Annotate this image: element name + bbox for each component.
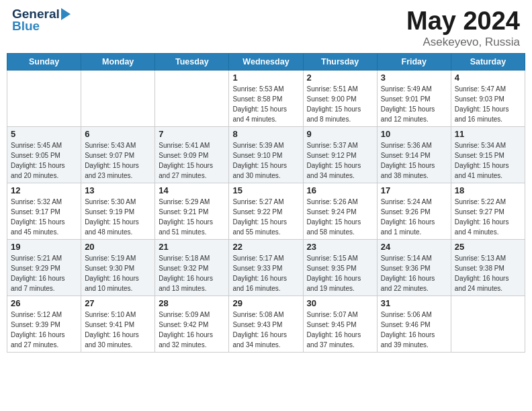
day-number: 19 — [11, 242, 77, 252]
subtitle: Asekeyevo, Russia — [406, 36, 520, 49]
day-info: Sunrise: 5:26 AMSunset: 9:24 PMDaylight:… — [307, 197, 373, 237]
table-row: 31Sunrise: 5:06 AMSunset: 9:46 PMDayligh… — [377, 296, 451, 353]
day-info: Sunrise: 5:51 AMSunset: 9:00 PMDaylight:… — [307, 84, 373, 124]
page-wrapper: General Blue May 2024 Asekeyevo, Russia … — [0, 0, 532, 411]
day-info: Sunrise: 5:24 AMSunset: 9:26 PMDaylight:… — [381, 197, 447, 237]
calendar-week-row: 19Sunrise: 5:21 AMSunset: 9:29 PMDayligh… — [7, 240, 525, 296]
table-row: 26Sunrise: 5:12 AMSunset: 9:39 PMDayligh… — [7, 296, 81, 353]
table-row: 6Sunrise: 5:43 AMSunset: 9:07 PMDaylight… — [81, 127, 155, 183]
day-number: 15 — [232, 185, 299, 195]
table-row: 22Sunrise: 5:17 AMSunset: 9:33 PMDayligh… — [229, 240, 303, 296]
day-info: Sunrise: 5:06 AMSunset: 9:46 PMDaylight:… — [381, 310, 447, 350]
day-number: 18 — [455, 185, 521, 195]
table-row: 29Sunrise: 5:08 AMSunset: 9:43 PMDayligh… — [229, 296, 303, 353]
table-row: 16Sunrise: 5:26 AMSunset: 9:24 PMDayligh… — [303, 183, 377, 240]
table-row: 19Sunrise: 5:21 AMSunset: 9:29 PMDayligh… — [7, 240, 81, 296]
day-info: Sunrise: 5:29 AMSunset: 9:21 PMDaylight:… — [159, 197, 225, 237]
day-info: Sunrise: 5:36 AMSunset: 9:14 PMDaylight:… — [381, 140, 447, 181]
table-row: 30Sunrise: 5:07 AMSunset: 9:45 PMDayligh… — [303, 296, 377, 353]
table-row — [81, 71, 155, 127]
header: General Blue May 2024 Asekeyevo, Russia — [0, 0, 532, 53]
day-number: 31 — [381, 298, 447, 308]
day-info: Sunrise: 5:30 AMSunset: 9:19 PMDaylight:… — [85, 197, 151, 237]
col-friday: Friday — [377, 54, 451, 71]
calendar-table: Sunday Monday Tuesday Wednesday Thursday… — [7, 53, 525, 353]
day-info: Sunrise: 5:41 AMSunset: 9:09 PMDaylight:… — [159, 140, 225, 181]
table-row: 9Sunrise: 5:37 AMSunset: 9:12 PMDaylight… — [303, 127, 377, 183]
day-info: Sunrise: 5:21 AMSunset: 9:29 PMDaylight:… — [11, 253, 77, 293]
col-saturday: Saturday — [451, 54, 525, 71]
day-number: 10 — [381, 129, 447, 139]
table-row: 7Sunrise: 5:41 AMSunset: 9:09 PMDaylight… — [155, 127, 229, 183]
day-info: Sunrise: 5:37 AMSunset: 9:12 PMDaylight:… — [307, 140, 373, 181]
day-number: 30 — [307, 298, 373, 308]
table-row: 4Sunrise: 5:47 AMSunset: 9:03 PMDaylight… — [451, 71, 525, 127]
day-number: 4 — [455, 73, 521, 83]
day-number: 6 — [85, 129, 151, 139]
table-row: 1Sunrise: 5:53 AMSunset: 8:58 PMDaylight… — [229, 71, 303, 127]
day-info: Sunrise: 5:49 AMSunset: 9:01 PMDaylight:… — [381, 84, 447, 124]
day-number: 26 — [11, 298, 77, 308]
day-info: Sunrise: 5:27 AMSunset: 9:22 PMDaylight:… — [232, 197, 299, 237]
day-number: 28 — [159, 298, 225, 308]
day-info: Sunrise: 5:12 AMSunset: 9:39 PMDaylight:… — [11, 310, 77, 350]
calendar-week-row: 5Sunrise: 5:45 AMSunset: 9:05 PMDaylight… — [7, 127, 525, 183]
day-info: Sunrise: 5:34 AMSunset: 9:15 PMDaylight:… — [455, 140, 521, 181]
day-number: 27 — [85, 298, 151, 308]
day-number: 9 — [307, 129, 373, 139]
day-number: 3 — [381, 73, 447, 83]
day-info: Sunrise: 5:22 AMSunset: 9:27 PMDaylight:… — [455, 197, 521, 237]
day-info: Sunrise: 5:43 AMSunset: 9:07 PMDaylight:… — [85, 140, 151, 181]
table-row: 27Sunrise: 5:10 AMSunset: 9:41 PMDayligh… — [81, 296, 155, 353]
table-row: 13Sunrise: 5:30 AMSunset: 9:19 PMDayligh… — [81, 183, 155, 240]
day-number: 5 — [11, 129, 77, 139]
calendar-week-row: 1Sunrise: 5:53 AMSunset: 8:58 PMDaylight… — [7, 71, 525, 127]
day-info: Sunrise: 5:07 AMSunset: 9:45 PMDaylight:… — [307, 310, 373, 350]
table-row: 8Sunrise: 5:39 AMSunset: 9:10 PMDaylight… — [229, 127, 303, 183]
col-sunday: Sunday — [7, 54, 81, 71]
table-row — [155, 71, 229, 127]
day-number: 2 — [307, 73, 373, 83]
table-row — [451, 296, 525, 353]
day-number: 8 — [232, 129, 299, 139]
calendar-container: Sunday Monday Tuesday Wednesday Thursday… — [0, 53, 532, 357]
table-row: 12Sunrise: 5:32 AMSunset: 9:17 PMDayligh… — [7, 183, 81, 240]
day-info: Sunrise: 5:32 AMSunset: 9:17 PMDaylight:… — [11, 197, 77, 237]
day-number: 20 — [85, 242, 151, 252]
day-info: Sunrise: 5:13 AMSunset: 9:38 PMDaylight:… — [455, 253, 521, 293]
col-tuesday: Tuesday — [155, 54, 229, 71]
calendar-week-row: 12Sunrise: 5:32 AMSunset: 9:17 PMDayligh… — [7, 183, 525, 240]
day-number: 11 — [455, 129, 521, 139]
day-info: Sunrise: 5:45 AMSunset: 9:05 PMDaylight:… — [11, 140, 77, 181]
day-info: Sunrise: 5:10 AMSunset: 9:41 PMDaylight:… — [85, 310, 151, 350]
calendar-week-row: 26Sunrise: 5:12 AMSunset: 9:39 PMDayligh… — [7, 296, 525, 353]
day-number: 14 — [159, 185, 225, 195]
table-row: 20Sunrise: 5:19 AMSunset: 9:30 PMDayligh… — [81, 240, 155, 296]
title-block: May 2024 Asekeyevo, Russia — [406, 7, 520, 49]
day-number: 16 — [307, 185, 373, 195]
day-info: Sunrise: 5:08 AMSunset: 9:43 PMDaylight:… — [232, 310, 299, 350]
day-number: 7 — [159, 129, 225, 139]
day-number: 23 — [307, 242, 373, 252]
table-row: 24Sunrise: 5:14 AMSunset: 9:36 PMDayligh… — [377, 240, 451, 296]
day-info: Sunrise: 5:09 AMSunset: 9:42 PMDaylight:… — [159, 310, 225, 350]
table-row: 21Sunrise: 5:18 AMSunset: 9:32 PMDayligh… — [155, 240, 229, 296]
day-number: 13 — [85, 185, 151, 195]
table-row: 17Sunrise: 5:24 AMSunset: 9:26 PMDayligh… — [377, 183, 451, 240]
day-number: 29 — [232, 298, 299, 308]
day-info: Sunrise: 5:14 AMSunset: 9:36 PMDaylight:… — [381, 253, 447, 293]
table-row: 18Sunrise: 5:22 AMSunset: 9:27 PMDayligh… — [451, 183, 525, 240]
day-number: 22 — [232, 242, 299, 252]
calendar-header-row: Sunday Monday Tuesday Wednesday Thursday… — [7, 54, 525, 71]
logo-blue-text: Blue — [12, 19, 75, 34]
table-row — [7, 71, 81, 127]
col-wednesday: Wednesday — [229, 54, 303, 71]
day-info: Sunrise: 5:47 AMSunset: 9:03 PMDaylight:… — [455, 84, 521, 124]
day-number: 1 — [232, 73, 299, 83]
day-number: 12 — [11, 185, 77, 195]
col-thursday: Thursday — [303, 54, 377, 71]
day-number: 17 — [381, 185, 447, 195]
logo: General Blue — [12, 7, 75, 34]
table-row: 28Sunrise: 5:09 AMSunset: 9:42 PMDayligh… — [155, 296, 229, 353]
day-number: 24 — [381, 242, 447, 252]
